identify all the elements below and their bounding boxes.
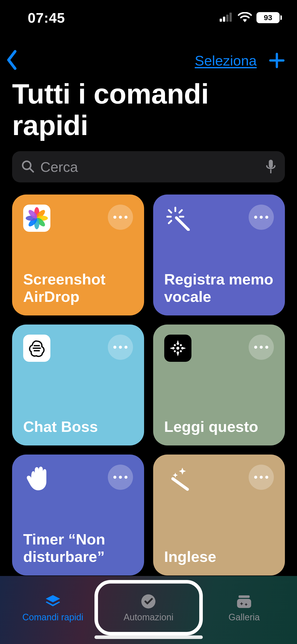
tile-more-button[interactable] (108, 335, 133, 360)
shortcut-tile[interactable]: Leggi questo (153, 325, 285, 445)
tile-more-button[interactable] (108, 465, 133, 490)
gallery-icon (236, 593, 252, 609)
svg-rect-3 (229, 13, 232, 22)
add-shortcut-button[interactable] (267, 50, 287, 71)
dictate-button[interactable] (266, 159, 276, 174)
tile-title: Chat Boss (23, 418, 133, 435)
svg-line-5 (30, 168, 33, 172)
clock-check-icon (140, 593, 156, 609)
layers-icon (45, 593, 61, 609)
back-button[interactable] (5, 49, 19, 72)
tab-gallery[interactable]: Galleria (197, 593, 291, 623)
svg-rect-27 (237, 599, 251, 608)
search-placeholder: Cerca (40, 159, 260, 175)
svg-point-22 (174, 350, 176, 352)
tab-shortcuts[interactable]: Comandi rapidi (6, 593, 100, 623)
wifi-icon (238, 12, 252, 23)
tile-title: Timer “Non disturbare” (23, 531, 133, 565)
cellular-icon (220, 13, 233, 23)
home-indicator (94, 635, 203, 639)
select-button[interactable]: Seleziona (195, 52, 257, 69)
hand-stop-icon (23, 465, 50, 492)
tile-more-button[interactable] (108, 205, 133, 230)
svg-rect-2 (226, 15, 228, 22)
svg-line-13 (169, 221, 171, 223)
nav-bar: Seleziona (0, 45, 297, 76)
tile-more-button[interactable] (249, 465, 274, 490)
shortcut-tile[interactable]: Timer “Non disturbare” (12, 455, 144, 575)
svg-rect-26 (239, 595, 250, 598)
svg-rect-0 (220, 19, 222, 22)
tab-label: Galleria (228, 612, 260, 623)
svg-point-15 (176, 347, 179, 350)
svg-point-23 (180, 350, 182, 352)
tile-title: Leggi questo (164, 418, 274, 435)
shortcut-tile[interactable]: Registra memo vocale (153, 195, 285, 315)
tab-automations[interactable]: Automazioni (101, 593, 196, 623)
shortcut-tile[interactable]: Inglese (153, 455, 285, 575)
tile-title: Inglese (164, 548, 274, 565)
svg-line-9 (169, 210, 171, 213)
status-bar: 07:45 93 (0, 0, 297, 35)
openai-icon (23, 335, 50, 362)
tab-bar: Comandi rapidi Automazioni Galleria (0, 584, 297, 632)
svg-rect-6 (269, 160, 273, 168)
status-time: 07:45 (28, 10, 65, 26)
tile-more-button[interactable] (249, 335, 274, 360)
tab-label: Comandi rapidi (22, 612, 83, 623)
sparkle-grid-icon (164, 335, 191, 362)
tab-label: Automazioni (123, 612, 173, 623)
svg-point-21 (180, 344, 182, 346)
page-title: Tutti i comandi rapidi (12, 78, 285, 141)
search-input[interactable]: Cerca (12, 151, 285, 182)
shortcut-tile[interactable]: Chat Boss (12, 325, 144, 445)
search-icon (21, 160, 34, 174)
wand-icon (164, 205, 191, 232)
svg-line-24 (173, 479, 187, 489)
svg-line-10 (179, 210, 182, 213)
shortcut-tile[interactable]: Screenshot AirDrop (12, 195, 144, 315)
battery-indicator: 93 (256, 12, 282, 23)
tile-more-button[interactable] (249, 205, 274, 230)
shortcuts-grid: Screenshot AirDrop Registr (12, 195, 285, 576)
tile-title: Registra memo vocale (164, 271, 274, 305)
tile-title: Screenshot AirDrop (23, 271, 133, 305)
photos-icon (23, 205, 50, 232)
battery-percent: 93 (256, 12, 280, 23)
svg-rect-1 (223, 17, 225, 22)
status-indicators: 93 (220, 12, 282, 23)
wand-stars-icon (164, 465, 191, 492)
svg-line-14 (176, 218, 188, 230)
svg-point-20 (174, 344, 176, 346)
